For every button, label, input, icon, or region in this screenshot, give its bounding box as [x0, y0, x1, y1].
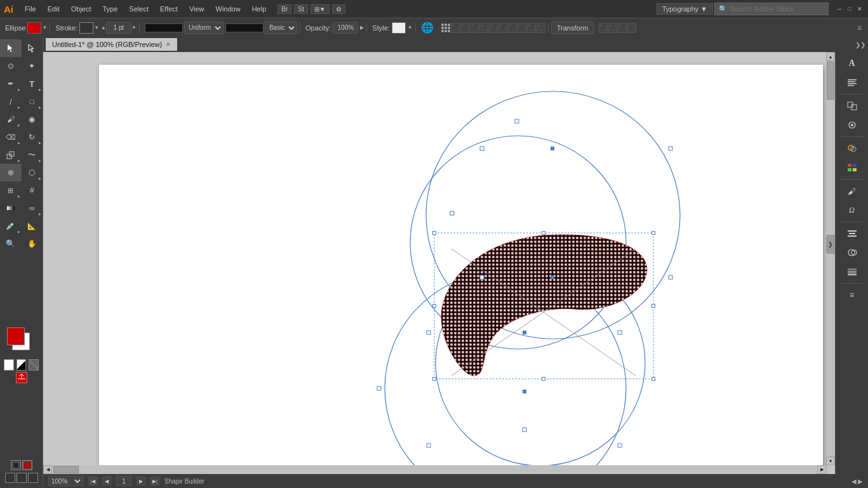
brush-panel-btn[interactable]: 🖌	[841, 182, 864, 200]
fill-swatch[interactable]	[7, 327, 25, 345]
character-panel-btn[interactable]: A	[841, 55, 864, 72]
toolbar-menu-btn[interactable]: ≡	[857, 23, 862, 32]
prev-page-btn[interactable]: |◀	[88, 477, 97, 485]
extra-align-4[interactable]: ⬛	[627, 23, 636, 33]
direct-select-tool[interactable]	[22, 39, 43, 57]
zoom-tool[interactable]: 🔍	[0, 235, 22, 253]
pen-tool[interactable]: ✒▶	[0, 75, 22, 93]
style-arrow[interactable]: ▼	[408, 25, 413, 30]
pattern-swatch[interactable]	[29, 359, 39, 371]
menu-window[interactable]: Window	[211, 4, 246, 14]
extra-align-2[interactable]: ⬛	[608, 23, 617, 33]
maximize-btn[interactable]: □	[845, 4, 854, 13]
extra-align-1[interactable]: ⬛	[599, 23, 608, 33]
hand-tool[interactable]: ✋	[22, 235, 43, 253]
scale-tool[interactable]: ▶	[0, 146, 22, 164]
stroke-color-arrow[interactable]: ▼	[94, 25, 99, 30]
distrib-v2-btn[interactable]: ⬛	[537, 23, 545, 33]
stock-btn[interactable]: St	[294, 4, 307, 14]
search-input[interactable]	[730, 5, 824, 13]
align-right-btn[interactable]: ⬛	[470, 23, 479, 33]
eyedropper-tool[interactable]: 💉▶	[0, 217, 22, 235]
menu-view[interactable]: View	[184, 4, 210, 14]
document-tab[interactable]: Untitled-1* @ 100% (RGB/Preview) ✕	[46, 38, 177, 51]
extra-align-3[interactable]: ⬛	[618, 23, 627, 33]
blob-brush-tool[interactable]: ◉	[22, 110, 43, 128]
swap-colors-btn[interactable]	[16, 372, 27, 383]
stroke-spin-dn[interactable]: ▼	[131, 25, 137, 30]
next-page-btn[interactable]: ▶|	[150, 477, 159, 485]
menu-select[interactable]: Select	[124, 4, 154, 14]
stroke-color-control[interactable]: ▼	[79, 22, 99, 34]
layers-panel-btn[interactable]	[841, 263, 864, 280]
tab-expand-btn[interactable]: ❯❯	[855, 41, 865, 48]
align-left-btn[interactable]: ⬛	[451, 23, 460, 33]
distrib-h-btn[interactable]: ⬛	[508, 23, 517, 33]
transform-btn[interactable]: Transform	[551, 22, 594, 34]
paragraph-panel-btn[interactable]	[841, 74, 864, 91]
menu-edit[interactable]: Edit	[43, 4, 65, 14]
tab-close-btn[interactable]: ✕	[166, 41, 171, 48]
symbols-panel-btn[interactable]: Ω	[841, 201, 864, 219]
align-bottom-btn[interactable]: ⬛	[498, 23, 507, 33]
scroll-up-btn[interactable]: ▲	[826, 52, 835, 61]
stroke-weight-input[interactable]: ▲ ▼	[101, 22, 137, 34]
scroll-thumb[interactable]	[827, 62, 834, 100]
next-btn[interactable]: ▶	[137, 477, 145, 485]
menu-file[interactable]: File	[20, 4, 41, 14]
select-tool[interactable]	[0, 39, 22, 57]
close-btn[interactable]: ✕	[855, 4, 864, 13]
warp-tool[interactable]: 〜▶	[22, 146, 43, 164]
workspace-btn[interactable]: Typography ▼	[657, 3, 713, 15]
gradient-tool[interactable]	[0, 199, 22, 217]
stroke-spin-up[interactable]: ▲	[101, 25, 106, 30]
eraser-tool[interactable]: ⌫▶	[0, 128, 22, 146]
vertical-scrollbar[interactable]: ▲ ▼	[826, 52, 835, 465]
none-swatch[interactable]	[4, 359, 14, 371]
appearance-panel-btn[interactable]	[841, 116, 864, 134]
distrib-h2-btn[interactable]: ⬛	[527, 23, 536, 33]
grid-icon[interactable]	[441, 23, 450, 32]
zoom-select[interactable]: 100% 50% 200%	[48, 476, 83, 486]
menu-effect[interactable]: Effect	[155, 4, 183, 14]
pathfinder-panel-btn[interactable]	[841, 244, 864, 261]
rect-tool[interactable]: □▶	[22, 93, 43, 110]
type-tool[interactable]: T▶	[22, 75, 43, 93]
fill-arrow[interactable]: ▼	[42, 25, 47, 30]
page-input[interactable]	[116, 476, 131, 486]
magic-wand-tool[interactable]: ✦	[22, 57, 43, 75]
menu-help[interactable]: Help	[247, 4, 272, 14]
align-center-v-btn[interactable]: ⬛	[489, 23, 498, 33]
style-box[interactable]	[392, 22, 406, 34]
nav-right-arrow[interactable]: ▶	[858, 478, 863, 485]
menu-object[interactable]: Object	[66, 4, 97, 14]
draw-mode-2[interactable]	[17, 473, 27, 483]
gradient-swatch[interactable]	[17, 359, 27, 371]
scroll-right-btn[interactable]: ▶	[817, 465, 826, 474]
h-scroll-thumb[interactable]	[53, 466, 79, 473]
fill-color-box[interactable]	[27, 22, 41, 34]
menu-type[interactable]: Type	[98, 4, 123, 14]
stroke-uniform-select[interactable]: Uniform	[184, 22, 224, 34]
live-paint-tool[interactable]: ⬡▶	[22, 164, 43, 181]
stroke-profile-select[interactable]: Basic	[265, 22, 297, 34]
search-box[interactable]: 🔍	[714, 3, 829, 15]
opacity-field[interactable]	[333, 22, 358, 34]
workspace-layout-btn[interactable]: ⊞▼	[310, 4, 330, 14]
bridge-btn[interactable]: Br	[277, 4, 291, 14]
fill-control[interactable]: ▼	[27, 22, 47, 34]
screen-mode-1[interactable]	[11, 460, 21, 470]
minimize-btn[interactable]: ─	[835, 4, 844, 13]
panel-collapse-btn[interactable]: ❯	[826, 235, 835, 254]
extras-btn[interactable]: ⚙	[332, 4, 345, 14]
shapebuilder-tool[interactable]: ⊕	[0, 164, 22, 181]
perspective-tool[interactable]: ⊞▶	[0, 181, 22, 199]
color-swatches[interactable]	[7, 327, 36, 357]
scroll-left-btn[interactable]: ◀	[43, 465, 52, 474]
globe-btn[interactable]: 🌐	[418, 22, 436, 34]
draw-mode-3[interactable]	[28, 473, 38, 483]
opacity-arrow[interactable]: ▶	[360, 25, 364, 30]
line-tool[interactable]: /▶	[0, 93, 22, 110]
prev-btn[interactable]: ◀	[102, 477, 111, 485]
measure-tool[interactable]: 📐	[22, 217, 43, 235]
